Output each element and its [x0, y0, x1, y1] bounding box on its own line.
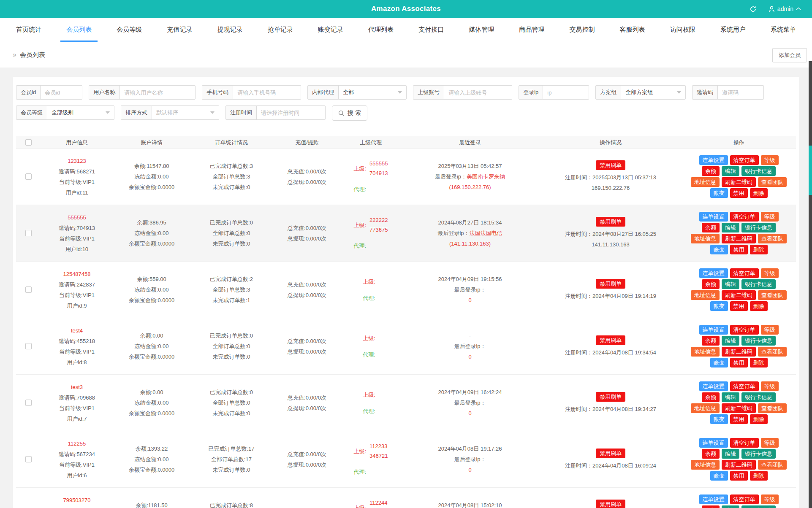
bank-card-info-button[interactable]: 银行卡信息: [741, 336, 776, 346]
chain-order-settings-button[interactable]: 连单设置: [699, 268, 728, 278]
nav-tab-home-stats[interactable]: 首页统计: [12, 18, 46, 42]
nav-tab-member-level[interactable]: 会员等级: [112, 18, 146, 42]
clear-orders-button[interactable]: 清空订单: [730, 155, 759, 165]
account-change-button[interactable]: 账变: [710, 245, 728, 254]
clear-orders-button[interactable]: 清空订单: [730, 268, 759, 278]
refresh-icon[interactable]: [750, 5, 757, 13]
disable-button[interactable]: 禁用: [730, 301, 748, 311]
account-change-button[interactable]: 账变: [710, 188, 728, 198]
disable-button[interactable]: 禁用: [730, 358, 748, 367]
edit-button[interactable]: 编辑: [722, 505, 739, 508]
bank-card-info-button[interactable]: 银行卡信息: [741, 166, 776, 176]
user-menu[interactable]: admin: [769, 5, 801, 12]
row-checkbox[interactable]: [25, 230, 32, 236]
chain-order-settings-button[interactable]: 连单设置: [699, 155, 728, 165]
ban-brushing-badge[interactable]: 禁用刷单: [596, 160, 625, 170]
bank-card-info-button[interactable]: 银行卡信息: [741, 449, 776, 459]
refresh-qrcode-button[interactable]: 刷新二维码: [722, 177, 756, 187]
delete-button[interactable]: 删除: [750, 188, 768, 198]
refresh-qrcode-button[interactable]: 刷新二维码: [722, 234, 756, 243]
edit-button[interactable]: 编辑: [722, 223, 739, 232]
plan-group-select[interactable]: 全部方案组: [621, 86, 685, 99]
row-checkbox[interactable]: [25, 343, 32, 349]
nav-tab-agent-list[interactable]: 代理列表: [364, 18, 398, 42]
internal-agent-select[interactable]: 全部: [339, 86, 406, 99]
clear-orders-button[interactable]: 清空订单: [730, 325, 759, 335]
view-team-button[interactable]: 查看团队: [758, 177, 787, 187]
nav-tab-member-list[interactable]: 会员列表: [62, 18, 96, 42]
row-checkbox[interactable]: [25, 286, 32, 293]
nav-tab-system-menu[interactable]: 系统菜单: [766, 18, 800, 42]
bank-card-info-button[interactable]: 银行卡信息: [741, 392, 776, 402]
view-team-button[interactable]: 查看团队: [758, 290, 787, 300]
member-id-input[interactable]: [41, 86, 82, 99]
reg-time-input[interactable]: [257, 106, 325, 119]
nav-tab-support-list[interactable]: 客服列表: [616, 18, 649, 42]
address-info-button[interactable]: 地址信息: [691, 177, 720, 187]
nav-tab-account-change-records[interactable]: 账变记录: [314, 18, 348, 42]
clear-orders-button[interactable]: 清空订单: [730, 381, 759, 391]
nav-tab-grab-order-records[interactable]: 抢单记录: [263, 18, 297, 42]
balance-button[interactable]: 余额: [702, 223, 720, 232]
delete-button[interactable]: 删除: [750, 471, 768, 481]
level-button[interactable]: 等级: [761, 325, 779, 335]
edit-button[interactable]: 编辑: [722, 392, 739, 402]
chain-order-settings-button[interactable]: 连单设置: [699, 325, 728, 335]
edit-button[interactable]: 编辑: [722, 279, 739, 289]
nav-tab-trade-control[interactable]: 交易控制: [565, 18, 599, 42]
nav-tab-media-management[interactable]: 媒体管理: [464, 18, 498, 42]
level-button[interactable]: 等级: [761, 494, 779, 504]
view-team-button[interactable]: 查看团队: [758, 347, 787, 357]
level-button[interactable]: 等级: [761, 438, 779, 448]
login-ip-input[interactable]: [543, 86, 589, 99]
nav-tab-payment-api[interactable]: 支付接口: [414, 18, 448, 42]
bank-card-info-button[interactable]: 银行卡信息: [741, 505, 776, 508]
clear-orders-button[interactable]: 清空订单: [730, 212, 759, 222]
level-button[interactable]: 等级: [761, 268, 779, 278]
ban-brushing-badge[interactable]: 禁用刷单: [596, 335, 625, 345]
nav-tab-recharge-records[interactable]: 充值记录: [163, 18, 196, 42]
nav-tab-system-users[interactable]: 系统用户: [716, 18, 750, 42]
account-change-button[interactable]: 账变: [710, 358, 728, 367]
row-checkbox[interactable]: [25, 400, 32, 406]
delete-button[interactable]: 删除: [750, 358, 768, 367]
delete-button[interactable]: 删除: [750, 301, 768, 311]
balance-button[interactable]: 余额: [702, 166, 720, 176]
edit-button[interactable]: 编辑: [722, 336, 739, 346]
row-checkbox[interactable]: [25, 456, 32, 462]
chain-order-settings-button[interactable]: 连单设置: [699, 212, 728, 222]
ban-brushing-badge[interactable]: 禁用刷单: [596, 392, 625, 402]
username-input[interactable]: [120, 86, 195, 99]
bank-card-info-button[interactable]: 银行卡信息: [741, 279, 776, 289]
ban-brushing-badge[interactable]: 禁用刷单: [596, 217, 625, 227]
scrollbar-thumb[interactable]: [809, 146, 812, 195]
chain-order-settings-button[interactable]: 连单设置: [699, 494, 728, 504]
row-checkbox[interactable]: [25, 173, 32, 180]
level-button[interactable]: 等级: [761, 155, 779, 165]
search-button[interactable]: 搜 索: [332, 105, 367, 121]
refresh-qrcode-button[interactable]: 刷新二维码: [722, 347, 756, 357]
balance-button[interactable]: 余额: [702, 392, 720, 402]
sort-select[interactable]: 默认排序: [152, 106, 219, 119]
nav-tab-access-rights[interactable]: 访问权限: [666, 18, 700, 42]
nav-tab-withdraw-records[interactable]: 提现记录: [213, 18, 247, 42]
parent-account-input[interactable]: [444, 86, 512, 99]
view-team-button[interactable]: 查看团队: [758, 403, 787, 413]
ban-brushing-badge[interactable]: 禁用刷单: [596, 500, 625, 508]
level-button[interactable]: 等级: [761, 381, 779, 391]
clear-orders-button[interactable]: 清空订单: [730, 438, 759, 448]
balance-button[interactable]: 余额: [702, 279, 720, 289]
nav-tab-product-management[interactable]: 商品管理: [515, 18, 549, 42]
address-info-button[interactable]: 地址信息: [691, 347, 720, 357]
edit-button[interactable]: 编辑: [722, 166, 739, 176]
delete-button[interactable]: 删除: [750, 414, 768, 424]
balance-button[interactable]: 余额: [702, 505, 720, 508]
delete-button[interactable]: 删除: [750, 245, 768, 254]
address-info-button[interactable]: 地址信息: [691, 290, 720, 300]
account-change-button[interactable]: 账变: [710, 414, 728, 424]
clear-orders-button[interactable]: 清空订单: [730, 494, 759, 504]
bank-card-info-button[interactable]: 银行卡信息: [741, 223, 776, 232]
account-change-button[interactable]: 账变: [710, 471, 728, 481]
address-info-button[interactable]: 地址信息: [691, 460, 720, 470]
view-team-button[interactable]: 查看团队: [758, 460, 787, 470]
